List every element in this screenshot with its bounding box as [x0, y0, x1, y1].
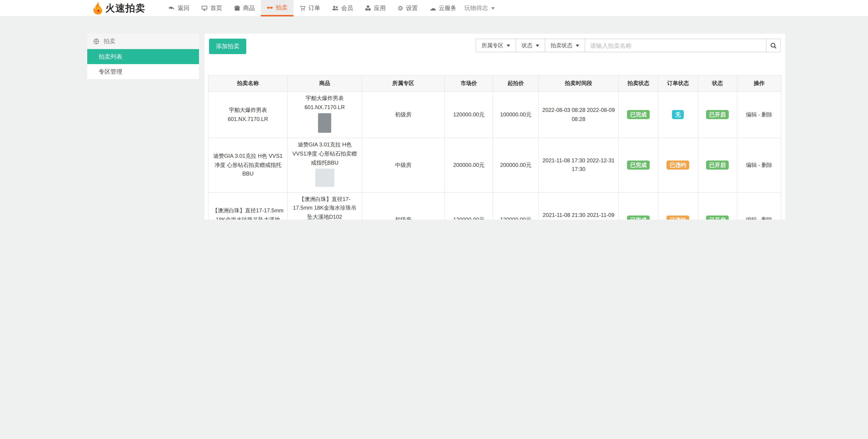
auction-period: 2021-11-08 21:30 2021-11-09 21:30 — [538, 192, 619, 220]
table-header-row: 拍卖名称 商品 所属专区 市场价 起拍价 拍卖时间段 拍卖状态 订单状态 状态 … — [208, 75, 781, 92]
status-badge: 已开启 — [706, 160, 729, 170]
users-icon — [332, 5, 339, 11]
product-title: 迪赞GIA 3.01克拉 H色 VVS1净度 心形钻石拍卖赠戒指托BBU — [290, 141, 359, 168]
col-header-zone: 所属专区 — [362, 75, 445, 92]
start-price: 200000.00元 — [493, 138, 538, 192]
status-badge: 已开启 — [706, 110, 729, 119]
auction-status-filter-dropdown[interactable]: 拍卖状态 — [545, 39, 585, 52]
content-area: 拍卖 拍卖列表 专区管理 添加拍卖 所属专区 状态 拍 — [0, 17, 868, 220]
nav-item-goods[interactable]: 商品 — [228, 0, 261, 17]
product-cell: 宇舶大爆炸男表 601.NX.7170.LR — [287, 92, 362, 138]
zone-filter-label: 所属专区 — [482, 41, 503, 49]
edit-link[interactable]: 编辑 — [746, 162, 757, 168]
market-price: 200000.00元 — [444, 138, 493, 192]
user-menu-label: 玩物得志 — [464, 4, 488, 12]
flame-icon — [92, 2, 103, 15]
market-price: 120000.00元 — [444, 92, 493, 138]
zone: 中级房 — [362, 138, 445, 192]
order-status-badge: 已违约 — [667, 215, 689, 220]
nav-item-cloud[interactable]: ☁ 云服务 — [424, 0, 462, 17]
table-row: 宇舶大爆炸男表 601.NX.7170.LR 宇舶大爆炸男表 601.NX.71… — [208, 92, 781, 138]
edit-link[interactable]: 编辑 — [746, 111, 757, 118]
product-title: 【澳洲白珠】直径17-17.5mm 18K金海水珍珠吊坠大溪地D102 — [290, 195, 359, 220]
zone: 初级房 — [362, 192, 445, 220]
auction-status-badge: 已完成 — [627, 215, 650, 220]
chevron-down-icon — [536, 44, 539, 47]
product-cell: 迪赞GIA 3.01克拉 H色 VVS1净度 心形钻石拍卖赠戒指托BBU — [287, 138, 362, 192]
edit-link[interactable]: 编辑 — [746, 217, 757, 220]
auction-status-filter-label: 拍卖状态 — [551, 41, 572, 49]
nav-item-label: 首页 — [210, 4, 222, 12]
main-panel: 添加拍卖 所属专区 状态 拍卖状态 — [205, 34, 785, 220]
sidebar-item-zone-management[interactable]: 专区管理 — [87, 64, 199, 79]
search-button[interactable] — [766, 39, 780, 52]
main-nav: 返回 首页 商品 拍卖 — [163, 0, 462, 17]
auction-period: 2022-08-03 08:28 2022-08-09 08:28 — [538, 92, 619, 138]
col-header-auction-status: 拍卖状态 — [619, 75, 658, 92]
col-header-market-price: 市场价 — [444, 75, 493, 92]
zone: 初级房 — [362, 92, 445, 138]
cart-icon — [300, 5, 306, 11]
nav-item-label: 拍卖 — [276, 3, 287, 11]
delete-link[interactable]: 删除 — [762, 162, 772, 168]
arrows-icon — [267, 4, 273, 11]
status-badge: 已开启 — [706, 215, 729, 220]
nav-item-label: 云服务 — [439, 4, 456, 12]
nav-item-home[interactable]: 首页 — [195, 0, 228, 17]
nav-item-auction[interactable]: 拍卖 — [261, 0, 293, 17]
nav-item-return[interactable]: 返回 — [163, 0, 195, 17]
nav-item-settings[interactable]: ⚙ 设置 — [392, 0, 424, 17]
brand-name: 火速拍卖 — [105, 2, 145, 14]
table-row: 【澳洲白珠】直径17-17.5mm 18K金海水珍珠吊坠大溪地D102 【澳洲白… — [208, 192, 781, 220]
product-photo — [318, 113, 331, 133]
gift-icon — [234, 5, 240, 11]
nav-item-label: 应用 — [374, 4, 386, 12]
globe-icon — [93, 38, 99, 44]
desktop-icon — [201, 5, 208, 11]
nav-item-apps[interactable]: 应用 — [359, 0, 392, 17]
chevron-down-icon — [491, 7, 495, 9]
chevron-down-icon — [576, 44, 579, 47]
search-input[interactable] — [585, 39, 766, 52]
table-row: 迪赞GIA 3.01克拉 H色 VVS1净度 心形钻石拍卖赠戒指托BBU 迪赞G… — [208, 138, 781, 192]
status-filter-dropdown[interactable]: 状态 — [516, 39, 545, 52]
gear-icon: ⚙ — [398, 5, 403, 11]
cubes-icon — [365, 5, 371, 11]
add-auction-button[interactable]: 添加拍卖 — [209, 39, 246, 54]
auction-name: 【澳洲白珠】直径17-17.5mm 18K金海水珍珠吊坠大溪地D102 — [208, 192, 287, 220]
nav-item-label: 订单 — [309, 4, 320, 12]
col-header-start-price: 起拍价 — [493, 75, 538, 92]
nav-item-members[interactable]: 会员 — [326, 0, 359, 17]
col-header-product: 商品 — [287, 75, 362, 92]
col-header-name: 拍卖名称 — [208, 75, 287, 92]
sidebar-header-label: 拍卖 — [103, 37, 115, 45]
brand-logo[interactable]: 火速拍卖 — [92, 0, 145, 17]
search-icon — [770, 42, 777, 49]
auction-status-badge: 已完成 — [627, 160, 650, 170]
top-navbar: 火速拍卖 返回 首页 商品 — [0, 0, 868, 17]
page: 火速拍卖 返回 首页 商品 — [0, 0, 868, 220]
product-cell: 【澳洲白珠】直径17-17.5mm 18K金海水珍珠吊坠大溪地D102 — [287, 192, 362, 220]
product-title: 宇舶大爆炸男表 601.NX.7170.LR — [290, 94, 359, 112]
col-header-period: 拍卖时间段 — [538, 75, 619, 92]
chevron-down-icon — [506, 44, 510, 47]
nav-item-label: 设置 — [406, 4, 418, 12]
start-price: 120000.00元 — [493, 192, 538, 220]
delete-link[interactable]: 删除 — [762, 217, 772, 220]
zone-filter-dropdown[interactable]: 所属专区 — [476, 39, 516, 52]
auction-period: 2021-11-08 17:30 2022-12-31 17:30 — [538, 138, 619, 192]
auction-name: 宇舶大爆炸男表 601.NX.7170.LR — [208, 92, 287, 138]
order-status-badge: 已违约 — [667, 160, 689, 170]
action-separator: - — [758, 217, 760, 220]
start-price: 100000.00元 — [493, 92, 538, 138]
nav-item-orders[interactable]: 订单 — [293, 0, 326, 17]
delete-link[interactable]: 删除 — [762, 111, 772, 118]
cloud-icon: ☁ — [430, 5, 436, 11]
col-header-actions: 操作 — [737, 75, 781, 92]
sidebar-item-auction-list[interactable]: 拍卖列表 — [87, 49, 199, 64]
order-status-badge: 无 — [672, 110, 684, 119]
status-filter-label: 状态 — [522, 41, 532, 49]
nav-item-label: 会员 — [341, 4, 353, 12]
user-menu[interactable]: 玩物得志 — [464, 0, 495, 17]
auction-status-badge: 已完成 — [627, 110, 650, 119]
